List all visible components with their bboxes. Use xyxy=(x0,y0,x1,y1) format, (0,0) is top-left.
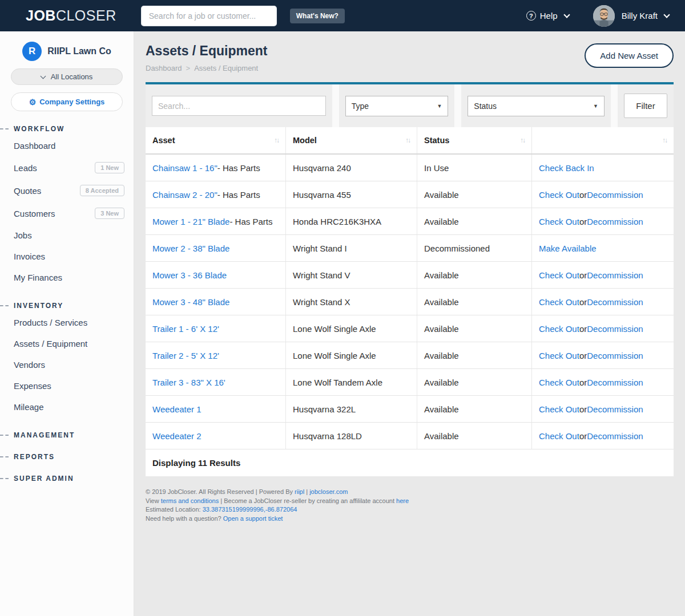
locations-dropdown[interactable]: All Locations xyxy=(11,68,123,85)
action-link-secondary[interactable]: Decommission xyxy=(587,270,643,280)
sort-icon[interactable]: ↑↓ xyxy=(520,136,525,144)
user-avatar[interactable] xyxy=(593,5,615,27)
action-link-secondary[interactable]: Decommission xyxy=(587,351,643,360)
sort-icon[interactable]: ↑↓ xyxy=(274,136,279,144)
sidebar-item-products-services[interactable]: Products / Services xyxy=(14,312,124,333)
asset-link[interactable]: Weedeater 2 xyxy=(152,431,202,441)
action-link-primary[interactable]: Make Available xyxy=(539,244,597,253)
action-link-primary[interactable]: Check Out xyxy=(539,270,579,280)
help-menu[interactable]: ? Help xyxy=(526,11,569,21)
sort-icon[interactable]: ↑↓ xyxy=(662,136,667,144)
table-row: Mower 3 - 48" Blade Wright Stand X Avail… xyxy=(146,289,674,315)
sidebar-item-assets-equipment[interactable]: Assets / Equipment xyxy=(14,333,124,354)
affiliate-here-link[interactable]: here xyxy=(396,497,409,504)
action-link-secondary[interactable]: Decommission xyxy=(587,324,643,334)
action-link-secondary[interactable]: Decommission xyxy=(587,431,643,441)
type-select[interactable]: Type ▼ xyxy=(345,96,449,116)
riipl-link[interactable]: riipl xyxy=(295,488,304,495)
action-link-primary[interactable]: Check Out xyxy=(539,297,579,307)
sidebar-item-invoices[interactable]: Invoices xyxy=(14,246,124,267)
footer-line-terms: View terms and conditions | Become a Job… xyxy=(146,497,674,506)
asset-link[interactable]: Mower 3 - 48" Blade xyxy=(152,297,229,307)
asset-search-input[interactable] xyxy=(152,96,326,116)
asset-link[interactable]: Mower 2 - 38" Blade xyxy=(152,244,229,253)
select-arrow-icon: ▼ xyxy=(593,103,598,109)
asset-suffix: - Has Parts xyxy=(217,163,260,173)
company-header: R RIIPL Lawn Co xyxy=(0,42,134,61)
section-header-management[interactable]: MANAGEMENT xyxy=(14,431,124,439)
support-ticket-link[interactable]: Open a support ticket xyxy=(223,515,283,522)
asset-link[interactable]: Mower 3 - 36 Blade xyxy=(152,270,227,280)
company-settings-button[interactable]: ⚙ Company Settings xyxy=(11,92,123,111)
action-link-primary[interactable]: Check Out xyxy=(539,378,579,387)
global-search-input[interactable] xyxy=(141,6,277,26)
user-name: Billy Kraft xyxy=(622,11,658,21)
asset-link[interactable]: Trailer 1 - 6' X 12' xyxy=(152,324,219,334)
asset-link[interactable]: Chainsaw 2 - 20" xyxy=(152,190,217,200)
asset-suffix: - Has Parts xyxy=(217,190,260,200)
action-link-primary[interactable]: Check Out xyxy=(539,351,579,360)
action-link-primary[interactable]: Check Out xyxy=(539,404,579,414)
jobcloser-link[interactable]: jobcloser.com xyxy=(309,488,348,495)
sidebar-item-leads[interactable]: Leads1 New xyxy=(14,156,124,179)
action-link-primary[interactable]: Check Out xyxy=(539,190,579,200)
sidebar-item-quotes[interactable]: Quotes8 Accepted xyxy=(14,179,124,202)
sidebar-item-label: Quotes xyxy=(14,186,41,196)
support-question-text: Need help with a question? xyxy=(146,515,223,522)
user-menu-chevron-icon[interactable] xyxy=(663,11,670,18)
action-link-primary[interactable]: Check Out xyxy=(539,324,579,334)
action-link-secondary[interactable]: Decommission xyxy=(587,297,643,307)
whats-new-button[interactable]: What's New? xyxy=(290,9,345,23)
sort-icon[interactable]: ↑↓ xyxy=(405,136,410,144)
sidebar-item-customers[interactable]: Customers3 New xyxy=(14,202,124,225)
terms-link[interactable]: terms and conditions xyxy=(161,497,219,504)
table-row: Trailer 3 - 83" X 16' Lone Wolf Tandem A… xyxy=(146,369,674,396)
top-navbar: JOBCLOSER What's New? ? Help Billy Kraft xyxy=(0,0,685,31)
breadcrumb-dashboard-link[interactable]: Dashboard xyxy=(146,64,182,72)
status-select[interactable]: Status ▼ xyxy=(468,96,605,116)
sidebar-item-dashboard[interactable]: Dashboard xyxy=(14,135,124,156)
sidebar-item-vendors[interactable]: Vendors xyxy=(14,354,124,375)
model-cell: Lone Wolf Tandem Axle xyxy=(286,369,417,395)
footer-separator: | xyxy=(304,488,309,495)
action-joiner: or xyxy=(579,297,587,307)
add-new-asset-button[interactable]: Add New Asset xyxy=(585,43,674,68)
location-coordinates-link[interactable]: 33.387315199999996,-86.872064 xyxy=(203,506,297,513)
sidebar-item-label: Products / Services xyxy=(14,318,87,327)
action-link-secondary[interactable]: Decommission xyxy=(587,378,643,387)
locations-label: All Locations xyxy=(51,72,93,81)
action-link-secondary[interactable]: Decommission xyxy=(587,217,643,226)
action-link-primary[interactable]: Check Back In xyxy=(539,163,594,173)
sidebar-item-label: Assets / Equipment xyxy=(14,339,87,348)
filter-status-section: Status ▼ xyxy=(461,84,611,127)
action-link-primary[interactable]: Check Out xyxy=(539,431,579,441)
sidebar-item-expenses[interactable]: Expenses xyxy=(14,375,124,396)
sidebar-item-label: My Finances xyxy=(14,273,62,282)
status-cell: Decommissioned xyxy=(417,235,532,261)
assets-card: Type ▼ Status ▼ Filter Asset↑↓ Model↑↓ S… xyxy=(146,82,674,476)
logo-bold: JOB xyxy=(26,7,56,23)
table-row: Chainsaw 1 - 16" - Has Parts Husqvarna 2… xyxy=(146,155,674,181)
asset-link[interactable]: Trailer 2 - 5' X 12' xyxy=(152,351,219,360)
action-joiner: or xyxy=(579,378,587,387)
filter-button[interactable]: Filter xyxy=(624,94,667,118)
asset-link[interactable]: Trailer 3 - 83" X 16' xyxy=(152,378,225,387)
asset-link[interactable]: Weedeater 1 xyxy=(152,404,202,414)
sidebar-item-my-finances[interactable]: My Finances xyxy=(14,267,124,288)
section-header-reports[interactable]: REPORTS xyxy=(14,453,124,461)
asset-link[interactable]: Mower 1 - 21" Blade xyxy=(152,217,229,226)
sidebar-item-mileage[interactable]: Mileage xyxy=(14,396,124,418)
action-link-secondary[interactable]: Decommission xyxy=(587,190,643,200)
copyright-text: © 2019 JobCloser. All Rights Reserved | … xyxy=(146,488,295,495)
company-settings-label: Company Settings xyxy=(39,98,104,106)
filter-type-section: Type ▼ xyxy=(339,84,455,127)
asset-link[interactable]: Chainsaw 1 - 16" xyxy=(152,163,217,173)
sidebar-item-jobs[interactable]: Jobs xyxy=(14,225,124,246)
help-label: Help xyxy=(540,11,558,21)
footer-line-location: Estimated Location: 33.387315199999996,-… xyxy=(146,505,674,514)
model-cell: Husqvarna 128LD xyxy=(286,423,417,449)
action-link-secondary[interactable]: Decommission xyxy=(587,404,643,414)
action-link-primary[interactable]: Check Out xyxy=(539,217,579,226)
status-cell: Available xyxy=(417,289,532,315)
section-header-super-admin[interactable]: SUPER ADMIN xyxy=(14,475,124,483)
